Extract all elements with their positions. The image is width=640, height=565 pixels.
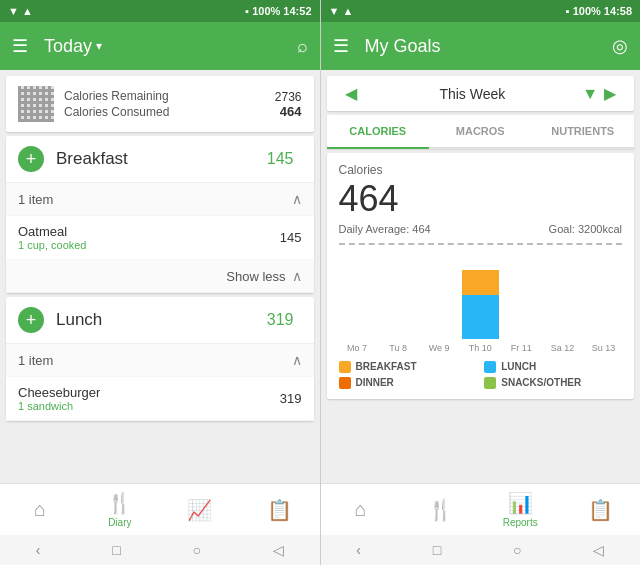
diary-icon-right: 🍴	[428, 498, 453, 522]
home-sys-icon-right[interactable]: □	[433, 542, 441, 558]
time-left: 14:52	[283, 5, 311, 17]
battery-icon: ▪	[245, 5, 249, 17]
calories-big-number: 464	[339, 179, 623, 219]
chart-col-Sa12: Sa 12	[544, 339, 581, 353]
lunch-header: + Lunch 319	[6, 297, 314, 344]
breakfast-title: Breakfast	[56, 149, 267, 169]
lunch-chevron-icon: ∧	[292, 352, 302, 368]
legend-snacks: SNACKS/OTHER	[484, 377, 622, 389]
calories-labels: Calories Remaining Calories Consumed	[64, 87, 265, 121]
remaining-value: 2736	[275, 90, 302, 104]
chart-col-Fr11: Fr 11	[503, 339, 540, 353]
tab-macros[interactable]: MACROS	[429, 115, 532, 147]
diary-nav-label: Diary	[108, 517, 131, 528]
breakfast-calories: 145	[267, 150, 294, 168]
goals-nav-home[interactable]: ⌂	[321, 484, 401, 535]
diary-bottom-nav: ⌂ 🍴 Diary 📈 📋	[0, 483, 320, 535]
nav-log[interactable]: 📋	[240, 484, 320, 535]
today-title[interactable]: Today ▾	[44, 36, 297, 57]
lunch-food-row[interactable]: Cheeseburger 1 sandwich 319	[6, 377, 314, 421]
chart-col-Su13: Su 13	[585, 339, 622, 353]
lunch-item-count: 1 item	[18, 353, 292, 368]
lunch-add-button[interactable]: +	[18, 307, 44, 333]
goals-title: My Goals	[365, 36, 613, 57]
recent-sys-icon[interactable]: ○	[192, 542, 200, 558]
bar-stack	[462, 270, 499, 339]
goals-screen: ▼ ▲ ▪ 100% 14:58 ☰ My Goals ◎ ◀ This Wee…	[321, 0, 641, 565]
oatmeal-name: Oatmeal	[18, 224, 280, 239]
chart-col-Th10: Th 10	[462, 270, 499, 353]
calories-section-label: Calories	[339, 163, 623, 177]
menu-sys-icon-right[interactable]: ◁	[593, 542, 604, 558]
dinner-color-dot	[339, 377, 351, 389]
search-icon-left[interactable]: ⌕	[297, 36, 308, 57]
tab-calories[interactable]: CALORIES	[327, 115, 430, 147]
week-dropdown-icon[interactable]: ▼	[582, 85, 598, 103]
breakfast-section: + Breakfast 145 1 item ∧ Oatmeal 1 cup, …	[6, 136, 314, 293]
oatmeal-detail: 1 cup, cooked	[18, 239, 280, 251]
oatmeal-calories: 145	[280, 230, 302, 245]
goals-content: ◀ This Week ▼ ▶ CALORIES MACROS NUTRIENT…	[321, 70, 641, 483]
chart-col-Mo7: Mo 7	[339, 339, 376, 353]
legend-dinner-label: DINNER	[356, 377, 394, 388]
legend-dinner: DINNER	[339, 377, 477, 389]
chart-col-Tu8: Tu 8	[380, 339, 417, 353]
battery-level-right: 100%	[573, 5, 601, 17]
menu-icon-right[interactable]: ☰	[333, 35, 349, 57]
goals-nav-diary[interactable]: 🍴	[400, 484, 480, 535]
system-nav-left: ‹ □ ○ ◁	[0, 535, 320, 565]
breakfast-items-row[interactable]: 1 item ∧	[6, 183, 314, 216]
show-less-row[interactable]: Show less ∧	[6, 260, 314, 293]
cheeseburger-detail: 1 sandwich	[18, 400, 280, 412]
chart-day-label: Th 10	[469, 343, 492, 353]
calories-chart: Mo 7Tu 8We 9Th 10Fr 11Sa 12Su 13	[339, 253, 623, 353]
legend-snacks-label: SNACKS/OTHER	[501, 377, 581, 388]
week-label: This Week	[363, 86, 583, 102]
cheeseburger-calories: 319	[280, 391, 302, 406]
lunch-items-row[interactable]: 1 item ∧	[6, 344, 314, 377]
daily-avg: Daily Average: 464	[339, 223, 431, 235]
log-icon-right: 📋	[588, 498, 613, 522]
home-icon: ⌂	[34, 498, 46, 521]
goals-bottom-nav: ⌂ 🍴 📊 Reports 📋	[321, 483, 641, 535]
breakfast-chevron-icon: ∧	[292, 191, 302, 207]
breakfast-color-dot	[339, 361, 351, 373]
battery-level-left: 100%	[252, 5, 280, 17]
battery-icon-right: ▪	[566, 5, 570, 17]
home-sys-icon[interactable]: □	[112, 542, 120, 558]
show-less-chevron-icon: ∧	[292, 268, 302, 284]
target-icon[interactable]: ◎	[612, 35, 628, 57]
chart-legend: BREAKFAST LUNCH DINNER SNACKS/OTHER	[339, 361, 623, 389]
consumed-label: Calories Consumed	[64, 105, 265, 119]
back-icon[interactable]: ‹	[36, 542, 41, 558]
goals-nav-reports[interactable]: 📊 Reports	[480, 484, 560, 535]
time-right: 14:58	[604, 5, 632, 17]
cheeseburger-name: Cheeseburger	[18, 385, 280, 400]
signal-icon-right: ▼ ▲	[329, 5, 354, 17]
breakfast-food-row[interactable]: Oatmeal 1 cup, cooked 145	[6, 216, 314, 260]
diary-icon: 🍴	[107, 491, 132, 515]
chart-col-We9: We 9	[421, 339, 458, 353]
goal-value: Goal: 3200kcal	[549, 223, 622, 235]
back-icon-right[interactable]: ‹	[356, 542, 361, 558]
signal-icon: ▼ ▲	[8, 5, 33, 17]
nav-progress[interactable]: 📈	[160, 484, 240, 535]
goals-nav-log[interactable]: 📋	[560, 484, 640, 535]
cheeseburger-info: Cheeseburger 1 sandwich	[18, 385, 280, 412]
nav-home[interactable]: ⌂	[0, 484, 80, 535]
progress-icon: 📈	[187, 498, 212, 522]
calories-grid-icon	[18, 86, 54, 122]
breakfast-bar	[462, 270, 499, 295]
next-week-button[interactable]: ▶	[598, 84, 622, 103]
tab-nutrients[interactable]: NUTRIENTS	[532, 115, 635, 147]
menu-sys-icon[interactable]: ◁	[273, 542, 284, 558]
system-nav-right: ‹ □ ○ ◁	[321, 535, 641, 565]
prev-week-button[interactable]: ◀	[339, 84, 363, 103]
nav-diary[interactable]: 🍴 Diary	[80, 484, 160, 535]
menu-icon-left[interactable]: ☰	[12, 35, 28, 57]
lunch-title: Lunch	[56, 310, 267, 330]
week-navigation: ◀ This Week ▼ ▶	[327, 76, 635, 111]
calories-values: 2736 464	[275, 90, 302, 119]
recent-sys-icon-right[interactable]: ○	[513, 542, 521, 558]
breakfast-add-button[interactable]: +	[18, 146, 44, 172]
